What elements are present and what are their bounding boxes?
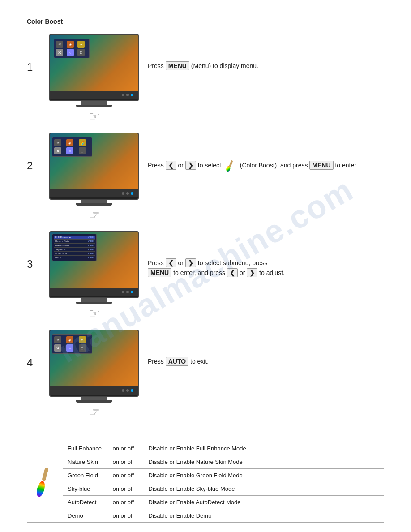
table-inner: Full Enhanceon or offDisable or Enable F… bbox=[63, 442, 384, 522]
step-2-press: Press bbox=[148, 162, 164, 169]
monitor-1-screen: ☀ ◈ ✦ ✕ ○ ⊡ bbox=[50, 35, 138, 91]
mi1: ☀ bbox=[56, 41, 63, 48]
m2i4: ✕ bbox=[54, 147, 61, 154]
submenu-autodetect: AutoDetectOFF bbox=[54, 252, 95, 256]
monitor-3: Full EnhanceOFF Nature SkinOFF Green Fie… bbox=[49, 231, 139, 298]
hand-2-icon: ☞ bbox=[89, 207, 100, 222]
submenu-demo: DemoOFF bbox=[54, 256, 95, 259]
step-2-row: 2 ☀ ◈ 🌈 ✕ ○ ⊡ bbox=[27, 133, 384, 222]
step-4-text: Press AUTO to exit. bbox=[148, 330, 384, 366]
table-cell-5-0: Demo bbox=[63, 509, 108, 523]
table-cell-3-0: Sky-blue bbox=[63, 482, 108, 496]
step-1-image: ☀ ◈ ✦ ✕ ○ ⊡ bbox=[45, 34, 143, 124]
monitor-2-bottom bbox=[50, 189, 138, 197]
table-row: Full Enhanceon or offDisable or Enable F… bbox=[63, 442, 384, 455]
table-cell-2-1: on or off bbox=[108, 469, 144, 482]
step-3-menu-key: MENU bbox=[148, 268, 171, 277]
table-cell-0-1: on or off bbox=[108, 442, 144, 455]
step-4-auto-key: AUTO bbox=[166, 357, 188, 366]
dot6 bbox=[131, 192, 133, 195]
step-1-number: 1 bbox=[27, 61, 40, 73]
monitor-3-base bbox=[76, 302, 112, 304]
mi3: ✦ bbox=[77, 41, 85, 48]
steps-container: 1 ☀ ◈ ✦ ✕ ○ ⊡ bbox=[27, 34, 384, 428]
step-2-to-select: to select bbox=[198, 162, 223, 169]
table-cell-4-1: on or off bbox=[108, 496, 144, 509]
step-3-left-key2: ❮ bbox=[227, 268, 238, 277]
table-row: Green Fieldon or offDisable or Enable Gr… bbox=[63, 469, 384, 482]
monitor-1: ☀ ◈ ✦ ✕ ○ ⊡ bbox=[49, 34, 139, 101]
step-1-text: Press MENU (Menu) to display menu. bbox=[148, 34, 384, 71]
step-3-or2: or bbox=[240, 269, 247, 276]
step-2-text: Press ❮ or ❯ to select bbox=[148, 133, 384, 172]
step-3-row: 3 Full EnhanceOFF Nature SkinOFF Gree bbox=[27, 231, 384, 321]
dot12 bbox=[131, 389, 133, 392]
monitor-2-base bbox=[76, 203, 112, 206]
monitor-2-stand bbox=[81, 200, 107, 203]
mi2: ◈ bbox=[67, 41, 74, 48]
m2i2: ◈ bbox=[66, 139, 73, 146]
m4i2: ◈ bbox=[66, 336, 73, 343]
table-row: Nature Skinon or offDisable or Enable Na… bbox=[63, 455, 384, 469]
monitor-3-stand bbox=[81, 298, 107, 302]
dot5 bbox=[126, 192, 129, 195]
svg-rect-2 bbox=[42, 467, 48, 481]
page-title: Color Boost bbox=[27, 18, 384, 25]
hand-4-icon: ☞ bbox=[89, 404, 100, 419]
menu-overlay-2: ☀ ◈ 🌈 ✕ ○ ⊡ bbox=[52, 137, 92, 157]
dot2 bbox=[126, 94, 129, 96]
dot3 bbox=[131, 94, 133, 96]
step-4-number: 4 bbox=[27, 356, 40, 369]
table-cell-4-0: AutoDetect bbox=[63, 496, 108, 509]
hand-3-icon: ☞ bbox=[89, 306, 100, 321]
monitor-3-screen: Full EnhanceOFF Nature SkinOFF Green Fie… bbox=[50, 232, 138, 288]
table-row: AutoDetecton or offDisable or Enable Aut… bbox=[63, 496, 384, 509]
monitor-4-bottom bbox=[50, 386, 138, 395]
table-cell-3-2: Disable or Enable Sky-blue Mode bbox=[144, 482, 384, 496]
menu-overlay-4: ☀ ◈ ✦ ✕ ○ ⊡ bbox=[52, 334, 92, 354]
table-cell-3-1: on or off bbox=[108, 482, 144, 496]
dot11 bbox=[126, 389, 129, 392]
step-3-select-sub: to select submenu, press bbox=[198, 259, 268, 266]
step-2-image: ☀ ◈ 🌈 ✕ ○ ⊡ bbox=[45, 133, 143, 222]
step-3-right-key: ❯ bbox=[185, 258, 196, 267]
m2i3: 🌈 bbox=[79, 139, 86, 146]
step-1-row: 1 ☀ ◈ ✦ ✕ ○ ⊡ bbox=[27, 34, 384, 124]
step-3-or1: or bbox=[178, 259, 185, 266]
step-4-press: Press bbox=[148, 358, 164, 365]
monitor-4: ☀ ◈ ✦ ✕ ○ ⊡ bbox=[49, 330, 139, 397]
menu-overlay-1: ☀ ◈ ✦ ✕ ○ ⊡ bbox=[54, 39, 90, 58]
monitor-1-bottom bbox=[50, 91, 138, 99]
dot4 bbox=[122, 192, 124, 195]
monitor-2-screen: ☀ ◈ 🌈 ✕ ○ ⊡ bbox=[50, 133, 138, 189]
step-2-left-key: ❮ bbox=[166, 161, 176, 170]
monitor-4-screen: ☀ ◈ ✦ ✕ ○ ⊡ bbox=[50, 330, 138, 386]
dot10 bbox=[122, 389, 124, 392]
step-3-press: Press bbox=[148, 259, 166, 266]
table-cell-4-2: Disable or Enable AutoDetect Mode bbox=[144, 496, 384, 509]
table-color-boost-icon bbox=[33, 467, 57, 498]
mi4: ✕ bbox=[56, 49, 63, 56]
step-2-number: 2 bbox=[27, 159, 40, 172]
m2i5: ○ bbox=[66, 147, 73, 154]
table-cell-2-0: Green Field bbox=[63, 469, 108, 482]
table-row: Demoon or offDisable or Enable Demo bbox=[63, 509, 384, 523]
svg-point-3 bbox=[35, 480, 47, 498]
mi5: ○ bbox=[67, 49, 74, 56]
monitor-3-bottom bbox=[50, 288, 138, 296]
table-cell-2-2: Disable or Enable Green Field Mode bbox=[144, 469, 384, 482]
dot8 bbox=[126, 291, 129, 293]
table-row: Sky-blueon or offDisable or Enable Sky-b… bbox=[63, 482, 384, 496]
table-icon-col bbox=[27, 442, 63, 522]
table-cell-0-0: Full Enhance bbox=[63, 442, 108, 455]
m4i4: ✕ bbox=[54, 344, 61, 352]
step-1-desc: (Menu) to display menu. bbox=[191, 62, 258, 69]
m4i1: ☀ bbox=[54, 336, 61, 343]
step-2-to-enter: to enter. bbox=[335, 162, 358, 169]
submenu-nature-skin: Nature SkinOFF bbox=[54, 240, 95, 244]
step-1-press: Press bbox=[148, 62, 164, 69]
color-boost-inline-icon bbox=[224, 159, 237, 172]
table-cell-1-0: Nature Skin bbox=[63, 455, 108, 469]
step-4-exit: to exit. bbox=[190, 358, 209, 365]
monitor-4-stand bbox=[81, 397, 107, 400]
